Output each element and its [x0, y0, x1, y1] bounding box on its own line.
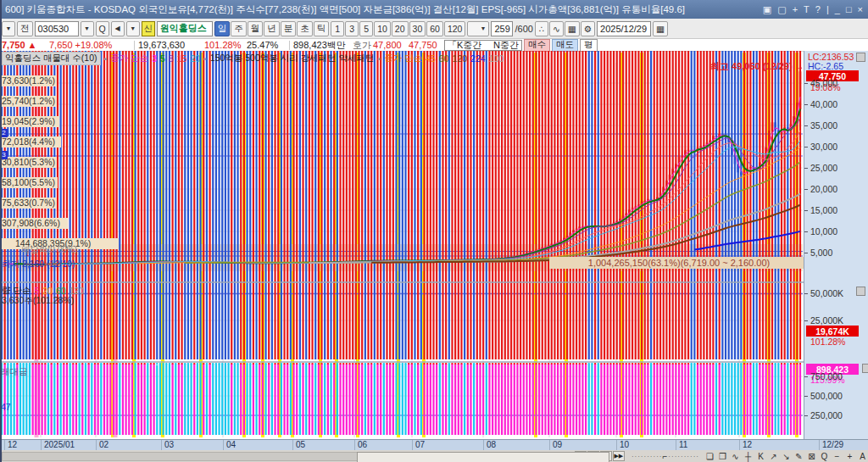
minute-button-120[interactable]: 120 [444, 21, 466, 36]
minute-button-20[interactable]: 20 [392, 21, 409, 36]
timeline-label-7: 07 [412, 440, 425, 450]
timeline-label-2: 02 [96, 440, 108, 450]
zoom-icon[interactable]: Q [819, 451, 830, 461]
period-button-월[interactable]: 월 [248, 21, 264, 36]
k-chart-icon[interactable]: K [755, 451, 766, 461]
avg-button[interactable]: 평 [580, 39, 598, 52]
timeline-label-10: 10 [616, 440, 629, 450]
delete-drawing-icon[interactable]: ⊠ [806, 451, 817, 461]
toolbar-icon-group: ∴∿▦⚙ [535, 21, 595, 36]
profile-label-6: 75,633(0.7%) [0, 198, 57, 209]
gear-icon[interactable]: ⚙ [581, 21, 595, 36]
small-arrow-button[interactable]: ▼ [126, 21, 140, 36]
price-tick-1: 40,000 [810, 99, 837, 109]
bid-price: 47,750 [409, 40, 444, 50]
minute-button-60[interactable]: 60 [426, 21, 443, 36]
duplicate-window-icon[interactable]: ❐ [717, 451, 728, 461]
price-axis[interactable]: LC:2136.53 HC:-2.65 47,750 19.08% 19,674… [804, 51, 868, 439]
value-pane-label: 래대금 [1, 366, 28, 378]
window-control-1[interactable]: ▢ [777, 4, 786, 15]
price-tick-3: 30,000 [810, 142, 837, 152]
timeline-axis[interactable]: 122025/01020304050607080910111212/29 [0, 439, 868, 450]
period-button-틱[interactable]: 틱 [314, 21, 330, 36]
profile-label-3: 72,018(4.4%) [0, 136, 61, 148]
period-button-년[interactable]: 년 [264, 21, 280, 36]
stock-code-input[interactable]: 030530 [35, 21, 79, 36]
fastforward-button[interactable]: ▶▶ [613, 451, 625, 461]
dots-icon[interactable]: ∴ [535, 21, 548, 36]
combo-arrow-button[interactable]: ▼ [2, 21, 15, 36]
sell-button[interactable]: 매도 [552, 39, 578, 52]
current-price: 7,750 ▲ [2, 40, 49, 50]
window-control-6[interactable]: _ [835, 4, 840, 14]
timeline-label-9: 09 [549, 440, 562, 450]
speaker-icon[interactable]: ◀ [111, 21, 125, 36]
chart-scrollbar[interactable] [2, 452, 569, 461]
code-dropdown-arrow[interactable]: ▼ [81, 21, 94, 36]
window-controls: ▣▢+T?|_□× [763, 0, 863, 19]
auto-scale-icon[interactable]: A [857, 451, 868, 461]
window-control-3[interactable]: T [804, 4, 810, 14]
volume-value: 19,673,630 [138, 40, 204, 50]
period-button-주[interactable]: 주 [231, 21, 247, 36]
value-tick-0: 750,000 [810, 371, 843, 381]
pane-collapse-value[interactable] [862, 364, 868, 373]
hoga-label: 호가 [353, 39, 373, 52]
crosshair-icon[interactable]: ┼ [743, 451, 754, 461]
period-button-초[interactable]: 초 [297, 21, 313, 36]
buy-button[interactable]: 매수 [524, 39, 550, 52]
save-icon[interactable]: ▦ [565, 21, 580, 36]
jeon-button[interactable]: 전 [17, 21, 33, 36]
trendline-down-icon[interactable]: ↘ [781, 451, 792, 461]
timeline-label-5: 05 [292, 440, 305, 450]
interval-dropdown[interactable]: ▼ [467, 21, 489, 36]
chart-scrollbar-thumb[interactable] [357, 452, 609, 462]
window-control-7[interactable]: □ [846, 4, 852, 14]
draw-icon[interactable]: ✎ [793, 451, 804, 461]
window-control-0[interactable]: ▣ [763, 4, 771, 15]
bar-count-input[interactable]: 259 [491, 21, 513, 36]
minute-button-10[interactable]: 10 [374, 21, 391, 36]
search-icon[interactable]: Q [96, 21, 109, 36]
exdividend-label: 배당락(0.00%) [22, 244, 77, 256]
chart-date-input[interactable]: 2025/12/29 [597, 21, 651, 36]
zoom-out-icon[interactable]: − [832, 451, 843, 461]
zoom-slider[interactable]: ··········⌐·········· [632, 452, 699, 461]
minute-button-5[interactable]: 5 [359, 21, 373, 36]
chart-canvas[interactable] [0, 51, 804, 439]
k-mid-label: 「K중간 [448, 39, 481, 52]
value-tick-1: 500,000 [810, 391, 843, 401]
window-control-2[interactable]: + [793, 4, 798, 14]
zoom-in-icon[interactable]: + [844, 451, 855, 461]
bar-total-label: /600 [515, 24, 532, 34]
price-tick-8: 5,000 [810, 248, 832, 258]
minute-button-30[interactable]: 30 [409, 21, 426, 36]
pane-collapse-volume[interactable] [856, 287, 865, 296]
window-control-4[interactable]: ? [815, 4, 821, 14]
period-button-분[interactable]: 분 [281, 21, 297, 36]
zigzag-icon[interactable]: ∿ [549, 21, 564, 36]
window-control-8[interactable]: × [858, 4, 863, 14]
toolbar: ▼ 전 030530 ▼ Q ◀ ▼ 신 원익홀딩스 일주월년분초틱 13510… [0, 19, 868, 39]
line-mode-icon[interactable]: ∿ [730, 451, 741, 461]
kiwoom-chart-window: 600] 키움종합차트 - KOSDAQ 외국인보유[4,772(천)] 주식수… [0, 0, 868, 462]
volume-tick-0: 50,000K [810, 288, 843, 298]
minute-button-3[interactable]: 3 [345, 21, 359, 36]
window-left-edge [0, 0, 2, 462]
new-window-icon[interactable]: ❏ [704, 451, 715, 461]
window-control-5[interactable]: | [826, 4, 829, 14]
calendar-icon[interactable]: ▦ [653, 21, 668, 36]
current-volume-pct: 101.28% [810, 337, 845, 347]
volume-bars [1, 51, 801, 359]
window-titlebar: 600] 키움종합차트 - KOSDAQ 외국인보유[4,772(천)] 주식수… [0, 0, 868, 19]
timeline-label-13: 12/29 [819, 440, 843, 450]
profile-label-0: 73,630(1.2%) [0, 75, 57, 86]
period-button-일[interactable]: 일 [214, 21, 231, 36]
stock-name-field: 원익홀딩스 [157, 21, 213, 36]
pane-collapse-price[interactable] [856, 53, 865, 62]
trendline-up-icon[interactable]: ↗ [768, 451, 779, 461]
minute-button-1[interactable]: 1 [331, 21, 344, 36]
value-line-label: 47 [1, 402, 11, 412]
price-tick-5: 20,000 [810, 184, 837, 194]
n-mid-label: N중간 [493, 39, 519, 52]
